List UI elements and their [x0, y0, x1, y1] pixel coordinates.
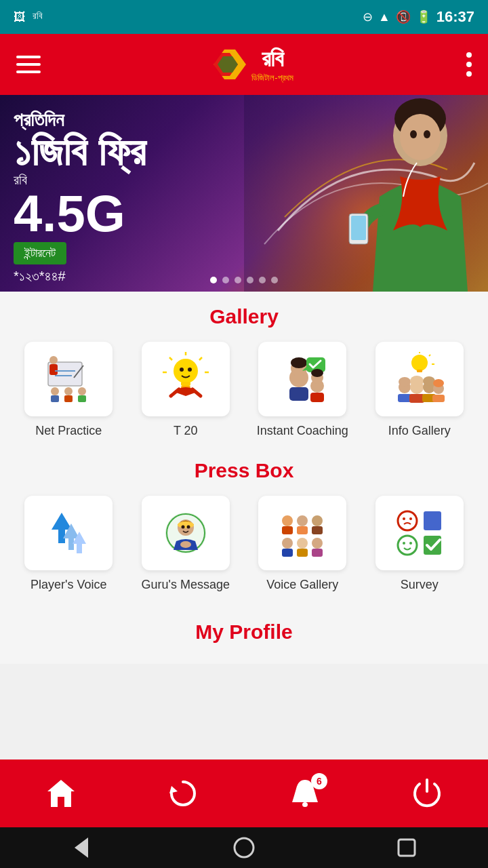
- system-home-icon: [230, 834, 258, 861]
- gurus-message-label: Guru's Message: [142, 577, 230, 593]
- svg-point-6: [400, 114, 441, 160]
- svg-rect-94: [302, 802, 308, 807]
- recent-apps-icon: [393, 834, 420, 861]
- players-voice-icon-box: [24, 496, 113, 570]
- svg-point-96: [235, 838, 253, 857]
- net-practice-label: Net Practice: [35, 423, 102, 439]
- notification-badge: 6: [311, 773, 327, 789]
- svg-point-85: [403, 517, 405, 520]
- banner-code: *১২৩*৪৪#: [14, 269, 146, 284]
- rbi-icon: রবি: [33, 10, 43, 24]
- t20-label: T 20: [174, 423, 198, 439]
- dot-5: [259, 277, 266, 283]
- instant-coaching-icon: [275, 352, 329, 406]
- logo-sub: ডিজিটাল-প্রথম: [251, 73, 293, 83]
- gallery-item-info-gallery[interactable]: Info Gallery: [365, 342, 475, 439]
- refresh-nav-button[interactable]: [166, 776, 200, 810]
- home-button[interactable]: [230, 834, 258, 861]
- gallery-item-net-practice[interactable]: Net Practice: [14, 342, 124, 439]
- svg-point-89: [403, 542, 405, 545]
- svg-marker-92: [47, 780, 75, 807]
- banner-line1: প্রতিদিন: [14, 108, 146, 132]
- svg-point-31: [180, 368, 184, 372]
- info-gallery-label: Info Gallery: [388, 423, 451, 439]
- svg-line-27: [199, 357, 202, 360]
- svg-point-74: [297, 515, 308, 526]
- clock: 16:37: [436, 8, 474, 26]
- svg-point-72: [282, 515, 293, 526]
- svg-rect-19: [64, 395, 73, 402]
- banner[interactable]: প্রতিদিন ১জিবি ফ্রি রবি 4.5G ইন্টারনেট *…: [0, 95, 488, 292]
- more-options[interactable]: [466, 52, 472, 77]
- net-practice-icon: [41, 352, 96, 406]
- svg-rect-17: [51, 395, 59, 402]
- svg-point-76: [312, 515, 323, 526]
- svg-rect-79: [282, 549, 293, 557]
- back-button[interactable]: [68, 834, 95, 861]
- svg-point-16: [51, 387, 59, 395]
- svg-rect-46: [417, 370, 422, 372]
- image-icon: 🖼: [14, 10, 26, 24]
- home-nav-button[interactable]: [44, 776, 78, 810]
- svg-rect-24: [181, 382, 190, 386]
- recent-button[interactable]: [393, 834, 420, 861]
- logo-diamond-icon: [214, 50, 246, 79]
- dot-3: [235, 277, 241, 283]
- gallery-title: Gallery: [0, 305, 488, 328]
- hamburger-menu[interactable]: [16, 56, 41, 73]
- press-box-item-survey[interactable]: Survey: [365, 496, 475, 593]
- my-profile-title: My Profile: [0, 620, 488, 644]
- svg-point-32: [188, 368, 192, 372]
- press-box-item-voice-gallery[interactable]: Voice Gallery: [247, 496, 358, 593]
- battery-icon: 🔋: [416, 9, 431, 24]
- gallery-section: Gallery: [0, 292, 488, 452]
- dot-4: [247, 277, 253, 283]
- svg-point-18: [64, 387, 73, 395]
- notification-nav-button[interactable]: 6: [288, 776, 322, 810]
- refresh-icon: [166, 776, 200, 810]
- press-box-title: Press Box: [0, 459, 488, 482]
- banner-line2: ১জিবি ফ্রি: [14, 132, 146, 172]
- press-box-item-players-voice[interactable]: Player's Voice: [14, 496, 124, 593]
- gurus-message-icon: [159, 506, 213, 560]
- players-voice-icon: [41, 506, 96, 560]
- back-icon: [68, 834, 95, 861]
- dot-1: [210, 277, 217, 283]
- svg-rect-83: [312, 549, 323, 557]
- svg-rect-87: [424, 511, 441, 530]
- svg-rect-97: [399, 840, 415, 856]
- svg-point-68: [178, 521, 194, 528]
- dot-2: [222, 277, 229, 283]
- voice-gallery-label: Voice Gallery: [266, 577, 338, 593]
- t20-icon-box: [142, 342, 230, 416]
- svg-point-71: [180, 541, 191, 548]
- svg-point-38: [291, 357, 307, 368]
- power-nav-button[interactable]: [410, 776, 444, 810]
- gallery-item-t20[interactable]: T 20: [131, 342, 241, 439]
- gallery-item-instant-coaching[interactable]: Instant Coaching: [247, 342, 358, 439]
- svg-rect-10: [351, 216, 366, 240]
- svg-point-69: [181, 526, 184, 529]
- svg-rect-36: [289, 387, 308, 401]
- instant-coaching-icon-box: [258, 342, 346, 416]
- svg-rect-77: [312, 526, 323, 534]
- svg-point-78: [282, 538, 293, 549]
- survey-label: Survey: [401, 577, 439, 593]
- svg-point-54: [410, 376, 424, 387]
- players-voice-label: Player's Voice: [30, 577, 107, 593]
- sim-icon: 📵: [396, 9, 411, 24]
- svg-point-80: [297, 538, 308, 549]
- t20-icon: [159, 352, 213, 406]
- info-gallery-icon: [392, 352, 447, 406]
- svg-rect-55: [409, 394, 424, 403]
- svg-rect-81: [297, 549, 308, 557]
- svg-line-29: [169, 357, 172, 360]
- banner-dots: [210, 277, 278, 283]
- svg-rect-21: [78, 395, 86, 402]
- voice-gallery-icon-box: [258, 496, 346, 570]
- press-box-item-gurus-message[interactable]: Guru's Message: [131, 496, 241, 593]
- svg-point-82: [312, 538, 323, 549]
- svg-point-90: [409, 542, 412, 545]
- svg-point-88: [398, 536, 417, 555]
- svg-rect-75: [297, 526, 308, 534]
